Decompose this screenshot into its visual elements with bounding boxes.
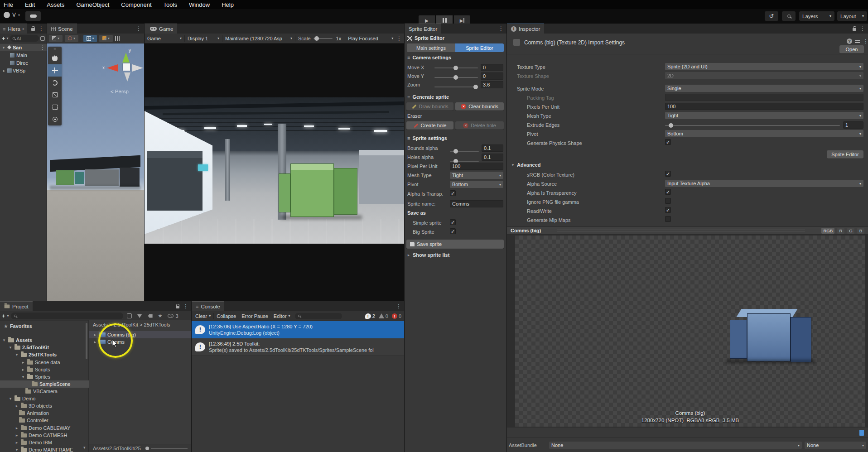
layout-dropdown[interactable]: Layout▾	[837, 11, 867, 21]
sprite-editor-tab-button[interactable]: Sprite Editor	[455, 43, 504, 52]
packing-tag-field[interactable]	[665, 94, 863, 101]
move-gizmo[interactable]: y x	[101, 48, 144, 93]
history-button[interactable]: ↺	[765, 11, 778, 21]
assetbundle-dropdown[interactable]: None▾	[549, 442, 802, 449]
search-button[interactable]	[782, 11, 796, 21]
panel-menu-icon[interactable]: ⋮	[39, 25, 44, 32]
zoom-field[interactable]	[481, 81, 503, 88]
create-asset-button[interactable]: +	[2, 313, 5, 319]
move-tool-button[interactable]	[48, 64, 62, 77]
project-tree-item[interactable]: ▸Scripts	[0, 366, 50, 373]
mip-maps-checkbox[interactable]	[665, 216, 671, 222]
project-tree-item[interactable]: ▾Assets	[0, 337, 32, 344]
preview-drag-handle[interactable]	[557, 230, 805, 231]
project-tree-item[interactable]: VBCamera	[0, 388, 58, 395]
project-search[interactable]	[11, 313, 123, 319]
palette-drag-handle[interactable]: ≡	[48, 47, 62, 52]
hierarchy-item-vbsprite[interactable]: ▸VBSp	[0, 67, 47, 74]
bounds-alpha-slider[interactable]	[450, 151, 479, 152]
panel-menu-icon[interactable]: ⋮	[860, 25, 865, 32]
create-hole-button[interactable]: Create hole	[406, 121, 453, 130]
move-y-slider[interactable]	[434, 77, 478, 78]
project-tree-item[interactable]: Animation	[0, 409, 49, 417]
presets-icon[interactable]	[855, 39, 860, 44]
game-toolbar-menu-icon[interactable]: ⋮	[396, 35, 404, 42]
tab-inspector[interactable]: iInspector	[507, 24, 544, 34]
error-count-toggle[interactable]: ! 0	[390, 313, 403, 319]
show-sprite-list-foldout[interactable]: ▸ Show sprite list	[406, 252, 449, 258]
sprite-name-field[interactable]	[450, 200, 503, 207]
menu-assets[interactable]: Assets	[47, 1, 64, 8]
console-message-selected[interactable]: ! [12:35:06] Use AspectRatio (X = 1280 Y…	[192, 321, 404, 338]
advanced-foldout[interactable]: ▾ Advanced	[511, 162, 541, 168]
save-sprite-button[interactable]: Save sprite	[406, 240, 504, 249]
hierarchy-scene-row[interactable]: ▾ San ⋮	[0, 43, 47, 51]
hand-tool-button[interactable]	[48, 52, 62, 64]
panel-menu-icon[interactable]: ⋮	[396, 303, 401, 309]
search-in-assets-icon[interactable]	[127, 313, 132, 318]
texture-shape-dropdown[interactable]: 2D▾	[665, 72, 863, 79]
panel-menu-icon[interactable]: ⋮	[183, 303, 188, 309]
project-files-pane[interactable]: Assets > 2.5dToolKit > 25dTKTools ▸ Comm…	[89, 320, 191, 452]
panel-menu-icon[interactable]: ⋮	[136, 25, 141, 32]
read-write-checkbox[interactable]: ✓	[665, 207, 671, 213]
menu-help[interactable]: Help	[222, 1, 234, 8]
project-tree-item[interactable]: ▾25dTKTools	[0, 351, 57, 358]
zoom-slider[interactable]	[434, 87, 478, 87]
project-tree-item[interactable]: ▸Demo CATMESH	[0, 432, 67, 439]
texture-type-dropdown[interactable]: Sprite (2D and UI)▾	[665, 63, 863, 70]
project-tree-item[interactable]: ▾2.5dToolKit	[0, 344, 49, 351]
move-y-field[interactable]	[481, 72, 503, 80]
pixels-per-unit-field[interactable]	[665, 103, 863, 110]
menu-gameobject[interactable]: GameObject	[76, 1, 109, 8]
favorites-star-icon[interactable]: ★	[158, 313, 163, 319]
game-display-mode-dropdown[interactable]: Game▾	[145, 34, 184, 43]
game-aspect-dropdown[interactable]: Mainframe (1280:720 Asp▾	[222, 34, 295, 43]
asset-doc-icon[interactable]	[859, 430, 864, 436]
holes-alpha-slider[interactable]	[450, 161, 479, 162]
tab-hierarchy[interactable]: ≡Hiera▸	[0, 24, 27, 34]
editor-dropdown[interactable]: Editor▾	[271, 311, 293, 321]
panel-menu-icon[interactable]: ⋮	[498, 25, 504, 32]
assetbundle-variant-dropdown[interactable]: None▾	[805, 442, 866, 449]
rect-tool-button[interactable]	[48, 101, 62, 113]
open-button[interactable]: Open	[839, 45, 864, 53]
search-by-type-icon[interactable]	[137, 314, 142, 318]
preview-checkerboard[interactable]: Comms (big) 1280x720 (NPOT) RGBA8 sRGB 3…	[515, 236, 865, 427]
snap-button[interactable]: ▾	[99, 35, 113, 42]
ppu-field[interactable]	[450, 163, 503, 170]
header-menu-icon[interactable]: ⋮	[863, 38, 868, 44]
move-x-field[interactable]	[481, 64, 503, 71]
channel-b-button[interactable]: B	[857, 228, 864, 234]
ignore-png-checkbox[interactable]	[665, 198, 671, 204]
alpha-source-dropdown[interactable]: Input Texture Alpha▾	[665, 180, 863, 187]
draw-mode-button[interactable]: ▾	[49, 35, 63, 42]
tree-scroll-down-icon[interactable]: ▾	[83, 445, 86, 450]
console-message[interactable]: ! [12:36:49] 2.5D Toolkit: Sprite(s) sav…	[192, 338, 404, 356]
lock-icon[interactable]	[853, 28, 856, 31]
grid-visibility-button[interactable]: ▾	[83, 35, 97, 42]
foldout-icon[interactable]: ▸	[93, 340, 97, 344]
layers-dropdown[interactable]: Layers▾	[799, 11, 834, 21]
hierarchy-item-main[interactable]: Main	[0, 51, 47, 59]
rotate-tool-button[interactable]	[48, 77, 62, 89]
collapse-button[interactable]: Collapse	[214, 311, 239, 321]
hidden-count-icon[interactable]	[168, 314, 174, 318]
project-tree-item[interactable]: ▸Demo CABLEWAY	[0, 424, 70, 432]
holes-alpha-field[interactable]	[482, 154, 503, 161]
foldout-icon[interactable]: ▾	[1, 45, 6, 50]
alpha-transparency-checkbox[interactable]: ✓	[665, 189, 671, 195]
persp-label[interactable]: < Persp	[111, 89, 129, 94]
simple-sprite-checkbox[interactable]: ✓	[450, 219, 456, 225]
pivot-dropdown[interactable]: Bottom▾	[665, 130, 863, 137]
lock-icon[interactable]	[31, 28, 35, 31]
foldout-icon[interactable]: ▸	[2, 68, 6, 73]
project-tree-item[interactable]: ▸Demo IBM	[0, 439, 52, 446]
scale-tool-button[interactable]	[48, 89, 62, 101]
physics-shape-checkbox[interactable]: ✓	[665, 139, 671, 145]
hierarchy-settings-icon[interactable]	[40, 36, 45, 41]
menu-window[interactable]: Window	[189, 1, 210, 8]
bounds-alpha-field[interactable]	[482, 144, 503, 152]
tree-scrollbar[interactable]	[86, 323, 87, 359]
clear-button[interactable]: Clear▾	[193, 311, 213, 321]
